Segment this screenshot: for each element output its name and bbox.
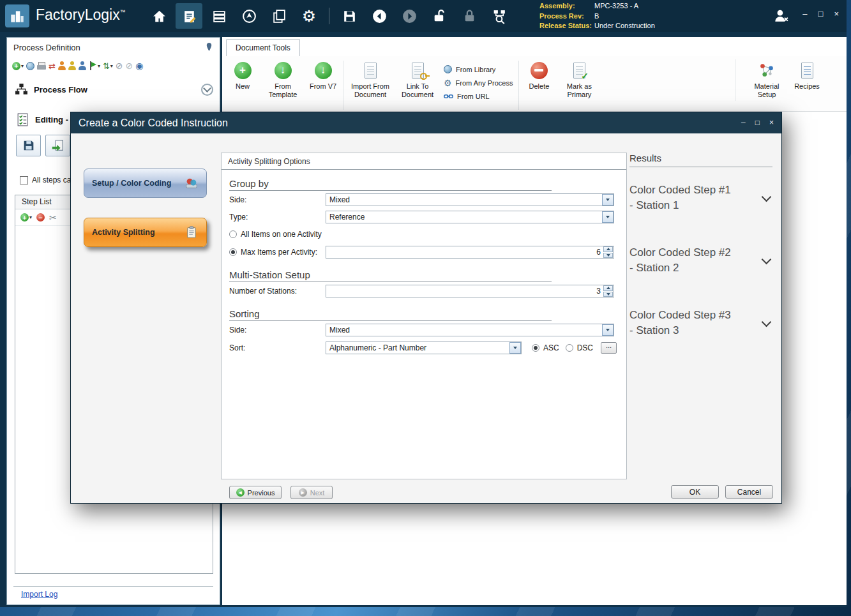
spin-down-icon[interactable] (603, 292, 613, 297)
swap-icon[interactable]: ⇄ (49, 60, 56, 71)
dropdown-arrow-icon[interactable] (602, 194, 614, 206)
side-dropdown[interactable]: Mixed (326, 193, 614, 206)
import-from-document-button[interactable]: Import From Document (347, 59, 394, 101)
create-color-coded-instruction-dialog: Create a Color Coded Instruction – □ × S… (70, 112, 782, 504)
minimize-button[interactable]: – (802, 10, 807, 18)
process-flow-header[interactable]: Process Flow (15, 81, 213, 98)
next-button[interactable]: ▶ Next (290, 486, 333, 499)
result-item[interactable]: Color Coded Step #3 - Station 3 (629, 308, 772, 338)
record-icon[interactable]: ◉ (135, 60, 143, 71)
chevron-down-icon[interactable] (762, 255, 772, 265)
dropdown-arrow-icon[interactable] (602, 211, 614, 223)
add-step-icon[interactable]: +▾ (12, 60, 24, 71)
dialog-maximize-button[interactable]: □ (755, 119, 760, 126)
asc-label: ASC (543, 343, 559, 352)
disable-icon[interactable]: ⊘ (116, 60, 123, 71)
back-icon[interactable] (366, 3, 393, 29)
max-items-radio[interactable] (229, 248, 237, 256)
web-link-icon[interactable] (26, 60, 34, 71)
result-item[interactable]: Color Coded Step #1 - Station 1 (629, 183, 772, 213)
all-items-radio[interactable] (229, 230, 237, 238)
production-icon[interactable] (206, 3, 232, 29)
cancel-button[interactable]: Cancel (725, 485, 773, 499)
from-url-button[interactable]: From URL (444, 90, 513, 102)
collapse-chevron-icon[interactable] (201, 84, 213, 96)
dialog-minimize-button[interactable]: – (741, 119, 746, 126)
close-button[interactable]: × (834, 10, 839, 18)
home-icon[interactable] (146, 3, 172, 29)
unlock-icon[interactable] (426, 3, 453, 29)
previous-button[interactable]: ◀ Previous (229, 486, 282, 499)
import-log-link[interactable]: Import Log (21, 590, 57, 599)
from-library-button[interactable]: From Library (444, 63, 513, 75)
process-search-icon[interactable] (486, 3, 513, 29)
import-step-button[interactable] (45, 135, 70, 156)
sort-dropdown[interactable]: Alphanumeric - Part Number (326, 342, 522, 354)
logout-user-icon[interactable] (769, 5, 792, 27)
print-icon[interactable] (37, 60, 46, 71)
process-gears-icon: ⚙ (444, 79, 452, 87)
dropdown-arrow-icon[interactable] (509, 342, 521, 354)
from-template-button[interactable]: ↓ From Template (259, 59, 306, 101)
all-items-label: All Items on one Activity (241, 230, 322, 239)
pin-icon[interactable] (204, 42, 214, 52)
mark-as-primary-button[interactable]: ✓ Mark as Primary (555, 59, 603, 101)
recipes-button[interactable]: Recipes (790, 59, 824, 101)
process-definition-icon[interactable] (176, 3, 202, 29)
assembly-label: Assembly: (539, 1, 594, 11)
result-item[interactable]: Color Coded Step #2 - Station 2 (629, 245, 772, 276)
forward-icon (396, 3, 423, 29)
spin-up-icon[interactable] (603, 285, 613, 291)
add-icon[interactable]: +▾ (20, 212, 32, 223)
ok-button[interactable]: OK (671, 485, 719, 499)
documents-icon[interactable] (266, 3, 292, 29)
sort-more-button[interactable]: ... (601, 342, 617, 354)
dsc-radio[interactable] (566, 344, 573, 352)
operator-icon[interactable] (58, 60, 66, 71)
spin-down-icon[interactable] (603, 253, 613, 259)
from-any-process-button[interactable]: ⚙ From Any Process (444, 77, 513, 89)
deploy-icon[interactable] (236, 3, 262, 29)
type-dropdown[interactable]: Reference (326, 211, 614, 223)
material-setup-button[interactable]: Material Setup (743, 59, 790, 101)
flag-icon[interactable]: ▾ (89, 60, 100, 71)
nav-activity-splitting[interactable]: Activity Splitting (84, 218, 207, 247)
results-panel: Results Color Coded Step #1 - Station 1 … (629, 153, 772, 370)
next-arrow-icon: ▶ (299, 488, 307, 497)
sort-side-label: Side: (229, 326, 326, 334)
link-to-document-button[interactable]: Link To Document (394, 59, 441, 101)
all-steps-label: All steps ca (32, 176, 71, 184)
dialog-close-button[interactable]: × (769, 119, 774, 126)
document-check-icon: ✓ (573, 63, 585, 79)
panel-toolbar: +▾ ⇄ ▾ ⇅▾ ⊘ ⊘ ◉ (12, 59, 144, 72)
dropdown-arrow-icon[interactable] (602, 324, 614, 336)
max-items-label: Max Items per Activity: (241, 248, 317, 257)
reorder-icon[interactable]: ⇅▾ (103, 60, 113, 71)
nav-setup-color-coding[interactable]: Setup / Color Coding (84, 169, 207, 198)
save-step-button[interactable] (16, 135, 41, 156)
chevron-down-icon[interactable] (762, 192, 772, 202)
delete-button[interactable]: Delete (522, 59, 555, 93)
save-icon[interactable] (336, 3, 363, 29)
chevron-down-icon[interactable] (762, 317, 772, 327)
settings-gear-icon[interactable]: ⚙ (296, 3, 322, 29)
stop-icon[interactable]: ⊘ (126, 60, 133, 71)
max-items-stepper[interactable]: 6 (326, 246, 614, 259)
sort-side-dropdown[interactable]: Mixed (326, 324, 614, 336)
trainee-icon[interactable] (68, 60, 76, 71)
panel-title: Process Definition (13, 43, 80, 52)
editing-header: Editing - (16, 113, 68, 126)
person-icon[interactable] (79, 60, 86, 71)
stations-stepper[interactable]: 3 (326, 285, 614, 297)
cut-icon[interactable]: ✂ (49, 212, 57, 223)
all-steps-checkbox-row[interactable]: All steps ca (20, 176, 71, 184)
spin-up-icon[interactable] (603, 246, 613, 252)
asc-radio[interactable] (532, 344, 539, 352)
from-v7-button[interactable]: ↓ From V7 (306, 59, 340, 93)
import-icon (51, 139, 65, 153)
tab-document-tools[interactable]: Document Tools (226, 39, 300, 56)
remove-icon[interactable]: − (36, 212, 45, 223)
maximize-button[interactable]: □ (818, 10, 824, 18)
all-steps-checkbox[interactable] (20, 176, 28, 184)
new-document-button[interactable]: + New (226, 59, 259, 93)
